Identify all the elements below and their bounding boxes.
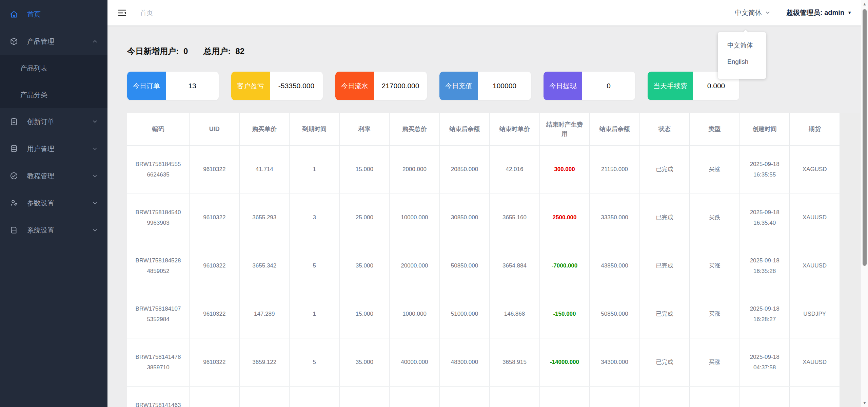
column-header: 利率 [339,113,390,146]
sidebar-item-2[interactable]: 创新订单 [0,108,107,135]
cell-end_price: 3658.915 [490,338,540,387]
chevron-down-icon [92,146,98,152]
chevron-up-icon [92,38,98,44]
cell-rate: 35.000 [339,338,390,387]
topbar-right: 中文简体 超级管理员: admin ▼ [735,8,852,17]
cell-balance_end: 33350.000 [590,194,640,242]
cell-balance_after: 20850.000 [439,146,490,194]
language-dropdown-trigger[interactable]: 中文简体 [735,8,771,17]
cell-futures: XAUUSD [790,387,840,407]
cell-uid: 9610322 [190,194,240,242]
scrollbar-thumb[interactable] [863,9,867,266]
cell-expire: 3 [290,387,340,407]
cell-type: 买涨 [690,290,740,338]
column-header: 结束时产生费用 [539,113,590,146]
column-header: UID [190,113,240,146]
table-row: BRW1758184540996390396103223655.293325.0… [127,194,840,242]
column-header: 编码 [127,113,190,146]
table-body: BRW17581845556624635961032241.714115.000… [127,146,840,407]
app-root: 首页产品管理产品列表产品分类创新订单用户管理教程管理参数设置系统设置 首页 中文… [0,0,868,407]
cell-fee: 2500.000 [539,194,590,242]
language-option-1[interactable]: English [718,54,766,70]
table-row: BRW175814146344714296103223658.945325.00… [127,387,840,407]
cell-created: 2025-09-18 16:28:27 [739,290,790,338]
cell-rate: 15.000 [339,146,390,194]
cell-total: 40000.000 [390,338,440,387]
cell-expire: 5 [290,242,340,290]
cell-balance_after: 48300.000 [439,338,490,387]
column-header: 结束后余额 [439,113,490,146]
breadcrumb[interactable]: 首页 [140,8,153,17]
sidebar-item-label: 系统设置 [27,226,92,235]
table-header-row: 编码UID购买单价到期时间利率购买总价结束后余额结束时单价结束时产生费用结束后余… [127,113,840,146]
sidebar-item-1[interactable]: 产品管理 [0,28,107,55]
table-right-gutter [840,113,860,407]
cell-balance_end: 63300.000 [590,387,640,407]
menu-fold-icon[interactable] [117,8,127,18]
cell-status: 已完成 [639,387,690,407]
sidebar: 首页产品管理产品列表产品分类创新订单用户管理教程管理参数设置系统设置 [0,0,107,407]
chevron-down-icon [92,118,98,125]
stat-card-value: -53350.000 [270,72,323,100]
sidebar-item-label: 产品管理 [27,37,92,46]
admin-menu-trigger[interactable]: 超级管理员: admin ▼ [786,8,852,17]
sidebar-item-6[interactable]: 系统设置 [0,217,107,244]
cell-status: 已完成 [639,146,690,194]
language-dropdown: 中文简体English [718,32,766,79]
orders-table-card: 编码UID购买单价到期时间利率购买总价结束后余额结束时单价结束时产生费用结束后余… [127,113,860,407]
cell-fee: 300.000 [539,146,590,194]
column-header: 购买总价 [390,113,440,146]
cell-expire: 3 [290,194,340,242]
cell-end_price: 3655.160 [490,194,540,242]
cell-rate: 35.000 [339,242,390,290]
column-header: 到期时间 [290,113,340,146]
scrollbar-up-arrow[interactable]: ▲ [861,2,868,6]
cell-status: 已完成 [639,338,690,387]
cell-buy_price: 3658.945 [239,387,290,407]
cell-status: 已完成 [639,290,690,338]
cell-futures: XAUUSD [790,338,840,387]
topbar: 首页 中文简体 超级管理员: admin ▼ [107,0,868,25]
cell-buy_price: 147.289 [239,290,290,338]
cell-fee: -14000.000 [539,338,590,387]
cell-balance_end: 34300.000 [590,338,640,387]
sidebar-subitem-1[interactable]: 产品分类 [0,81,107,108]
cell-code: BRW17581845284859052 [127,242,190,290]
total-users-value: 82 [235,47,244,56]
new-users-value: 0 [183,47,188,56]
table-row: BRW1758184528485905296103223655.342535.0… [127,242,840,290]
cell-buy_price: 41.714 [239,146,290,194]
cube-icon [9,37,18,46]
sidebar-item-4[interactable]: 教程管理 [0,162,107,189]
clipboard-icon [9,117,18,126]
user-icon [9,199,18,207]
language-option-0[interactable]: 中文简体 [718,37,766,54]
cell-end_price: 3654.884 [490,242,540,290]
scrollbar-down-arrow[interactable]: ▼ [861,401,868,405]
stat-card-0: 今日订单13 [127,72,219,100]
stat-card-label: 客户盈亏 [231,72,270,100]
sidebar-item-5[interactable]: 参数设置 [0,189,107,217]
chevron-down-icon [92,173,98,179]
total-users-label: 总用户: [203,47,231,56]
cell-expire: 1 [290,290,340,338]
sidebar-item-3[interactable]: 用户管理 [0,135,107,162]
cell-end_price: 3658.661 [490,387,540,407]
column-header: 期货 [790,113,840,146]
stat-card-2: 今日流水217000.000 [335,72,427,100]
cell-created: 2025-09-18 04:37:58 [739,338,790,387]
page-scrollbar[interactable]: ▲ ▼ [861,0,868,407]
cell-balance_after: 68300.000 [439,387,490,407]
column-header: 购买单价 [239,113,290,146]
sidebar-item-0[interactable]: 首页 [0,1,107,28]
sidebar-subitem-0[interactable]: 产品列表 [0,55,107,81]
cell-created: 2025-09-18 16:35:28 [739,242,790,290]
cell-buy_price: 3655.293 [239,194,290,242]
stat-card-4: 今日提现0 [544,72,635,100]
sidebar-item-label: 教程管理 [27,171,92,181]
cell-uid: 9610322 [190,338,240,387]
column-header: 结束后余额 [590,113,640,146]
sidebar-item-label: 创新订单 [27,117,92,126]
stat-card-value: 217000.000 [374,72,427,100]
gauge-icon [9,171,18,180]
